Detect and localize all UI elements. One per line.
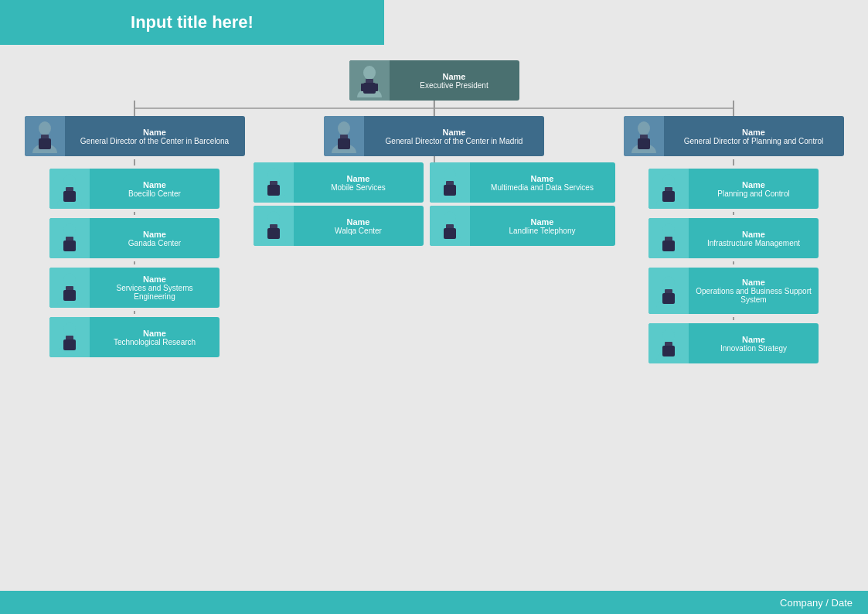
- sub-card-ganada[interactable]: Name Ganada Center: [49, 218, 220, 258]
- sub-card-infra[interactable]: Name Infrastructure Management: [648, 218, 819, 258]
- svg-point-5: [363, 66, 376, 80]
- avatar: [349, 60, 390, 101]
- avatar: [624, 116, 664, 156]
- director-info-barcelona: Name General Director of the Center in B…: [65, 125, 245, 148]
- avatar: [324, 116, 364, 156]
- directors-row: Name General Director of the Center in B…: [25, 101, 844, 363]
- svg-point-31: [267, 211, 280, 225]
- connector-v: [134, 261, 135, 264]
- avatar: [49, 218, 90, 258]
- connector-v: [434, 156, 435, 162]
- avatar: [49, 268, 90, 308]
- sub-card-boecillo[interactable]: Name Boecillo Center: [49, 169, 220, 209]
- director-name-0: Name: [143, 128, 166, 137]
- director-info-madrid: Name General Director of the Center in M…: [364, 125, 544, 148]
- sub-card-multimedia[interactable]: Name Multimedia and Data Services: [430, 162, 615, 203]
- sub-info: Name Innovation Strategy: [689, 332, 819, 356]
- connector-v: [733, 317, 734, 320]
- sub-card-innovation[interactable]: Name Innovation Strategy: [648, 323, 819, 363]
- executive-card[interactable]: Name Executive President: [349, 60, 519, 101]
- svg-point-22: [63, 322, 76, 336]
- connector-v: [733, 261, 734, 264]
- connector-v: [733, 159, 734, 165]
- sub-card-operations[interactable]: Name Operations and Business Support Sys…: [648, 268, 819, 314]
- svg-point-28: [267, 168, 280, 182]
- executive-name: Name: [443, 72, 466, 81]
- sub-card-landline[interactable]: Name Landline Telephony: [430, 206, 615, 246]
- director-block-barcelona: Name General Director of the Center in B…: [25, 101, 245, 363]
- director-block-madrid: Name General Director of the Center in M…: [254, 101, 615, 363]
- director-card-planning[interactable]: Name General Director of Planning and Co…: [624, 116, 844, 156]
- sub-card-planning-control[interactable]: Name Planning and Control: [648, 169, 819, 209]
- svg-point-52: [662, 329, 675, 343]
- connector-v: [134, 159, 135, 165]
- director-card-madrid[interactable]: Name General Director of the Center in M…: [324, 116, 544, 156]
- avatar: [254, 206, 294, 246]
- svg-point-13: [63, 174, 76, 188]
- sub-list-barcelona: Name Boecillo Center Name Ganada Center: [49, 159, 220, 357]
- svg-rect-21: [63, 290, 76, 301]
- svg-rect-51: [662, 293, 675, 304]
- svg-point-34: [444, 168, 456, 182]
- svg-point-16: [63, 223, 76, 237]
- svg-point-25: [338, 121, 350, 135]
- svg-rect-45: [662, 191, 675, 202]
- sub-info: Name Operations and Business Support Sys…: [689, 275, 819, 307]
- page-title: Input title here!: [131, 12, 254, 32]
- avatar: [648, 218, 689, 258]
- svg-rect-33: [267, 228, 280, 239]
- directors-section: Name General Director of the Center in B…: [25, 101, 844, 363]
- svg-rect-36: [444, 185, 456, 196]
- madrid-children: Name Mobile Services Name Wal: [254, 156, 615, 246]
- sub-info: Name Landline Telephony: [470, 214, 615, 238]
- avatar: [430, 162, 470, 203]
- avatar: [49, 169, 90, 209]
- svg-point-49: [662, 276, 675, 290]
- director-name-1: Name: [443, 128, 466, 137]
- sub-card-services-systems[interactable]: Name Services and Systems Engineering: [49, 268, 220, 308]
- director-card-barcelona[interactable]: Name General Director of the Center in B…: [25, 116, 245, 156]
- svg-rect-42: [638, 138, 650, 149]
- svg-point-46: [662, 223, 675, 237]
- svg-point-40: [638, 121, 650, 135]
- svg-rect-8: [361, 84, 365, 91]
- svg-rect-15: [63, 191, 76, 202]
- sub-card-tech-research[interactable]: Name Technological Research: [49, 317, 220, 357]
- sub-card-walqa[interactable]: Name Walqa Center: [254, 206, 424, 246]
- footer-text: Company / Date: [780, 597, 853, 609]
- madrid-col-right: Name Multimedia and Data Services Name: [430, 162, 615, 246]
- svg-point-37: [444, 211, 456, 225]
- svg-rect-12: [39, 138, 51, 149]
- connector-v-0: [134, 101, 135, 116]
- svg-point-10: [39, 121, 51, 135]
- connector-v: [134, 311, 135, 314]
- sub-card-mobile[interactable]: Name Mobile Services: [254, 162, 424, 203]
- svg-rect-24: [63, 339, 76, 350]
- svg-rect-48: [662, 240, 675, 251]
- header-title-box: Input title here!: [0, 0, 384, 45]
- director-title-1: General Director of the Center in Madrid: [386, 137, 523, 145]
- svg-rect-39: [444, 228, 456, 239]
- svg-rect-9: [374, 84, 378, 91]
- sub-info: Name Infrastructure Management: [689, 227, 819, 251]
- director-title-2: General Director of Planning and Control: [684, 137, 824, 145]
- svg-rect-7: [363, 83, 376, 94]
- svg-rect-27: [338, 138, 350, 149]
- svg-point-19: [63, 273, 76, 287]
- avatar: [648, 268, 689, 314]
- sub-info: Name Services and Systems Engineering: [90, 271, 220, 304]
- connector-v: [134, 212, 135, 215]
- director-info-planning: Name General Director of Planning and Co…: [664, 125, 844, 148]
- sub-list-planning: Name Planning and Control Name Infrastru…: [648, 159, 819, 363]
- sub-info: Name Boecillo Center: [90, 177, 220, 201]
- director-name-2: Name: [742, 128, 765, 137]
- avatar: [430, 206, 470, 246]
- avatar: [25, 116, 65, 156]
- avatar: [254, 162, 294, 203]
- svg-point-43: [662, 174, 675, 188]
- avatar: [648, 169, 689, 209]
- avatar: [648, 323, 689, 363]
- svg-rect-54: [662, 346, 675, 356]
- madrid-col-left: Name Mobile Services Name Wal: [254, 162, 424, 246]
- footer-bar: Company / Date: [0, 591, 868, 614]
